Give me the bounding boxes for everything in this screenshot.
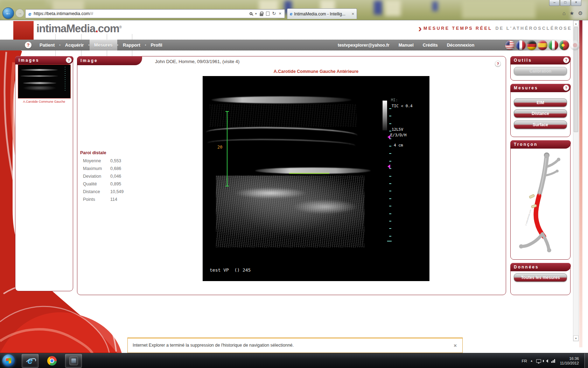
thumb-ruler bbox=[65, 67, 65, 92]
site-logo[interactable]: intimaMedia.com® bbox=[36, 22, 122, 35]
tray-expand-icon[interactable]: ▲ bbox=[530, 359, 533, 362]
table-row: Moyenne0,553 bbox=[83, 158, 154, 163]
tagline-chevron-icon: › bbox=[418, 25, 422, 32]
troncon-panel-header: Tronçon bbox=[510, 140, 571, 149]
image-title: A.Carotide Commune Gauche Antérieure bbox=[203, 69, 429, 74]
tab-close-icon[interactable]: × bbox=[351, 11, 354, 16]
ultrasound-near-wall bbox=[211, 96, 351, 103]
nav-item-acquerir[interactable]: Acquérir bbox=[61, 40, 88, 50]
vertical-scrollbar[interactable]: ▲ ▼ bbox=[573, 20, 579, 341]
ultrasound-speckle bbox=[210, 104, 357, 127]
nav-item-profil[interactable]: Profil bbox=[146, 40, 167, 50]
nav-link-manuel[interactable]: Manuel bbox=[399, 43, 414, 48]
caliper-value: 20 bbox=[217, 145, 222, 150]
measures-help-icon[interactable]: ? bbox=[563, 85, 569, 91]
search-dropdown-icon[interactable]: ▾ bbox=[255, 12, 257, 15]
thumb-band bbox=[20, 75, 58, 77]
scrollbar-up-icon[interactable]: ▲ bbox=[573, 21, 579, 26]
surface-button[interactable]: Surface bbox=[514, 121, 567, 129]
measures-panel-header: Mesures ? bbox=[510, 84, 571, 92]
all-measures-button[interactable]: Toutes les mesures bbox=[514, 273, 567, 282]
nav-divider bbox=[132, 50, 132, 56]
patient-info: John DOE, Homme, 09/03/1961, (visite 4) bbox=[155, 59, 239, 64]
volume-tray-icon[interactable] bbox=[544, 359, 548, 363]
table-row: Deviation0,046 bbox=[83, 174, 154, 179]
images-help-icon[interactable]: ? bbox=[66, 57, 72, 63]
data-panel: Données Toutes les mesures bbox=[510, 263, 570, 295]
taskbar-ie-button[interactable]: e bbox=[22, 354, 38, 368]
image-panel: Image John DOE, Homme, 09/03/1961, (visi… bbox=[77, 56, 506, 295]
minimize-button[interactable]: – bbox=[549, 0, 560, 6]
browser-command-icons: ⌂ ★ ⚙ bbox=[562, 10, 583, 16]
table-row: Qualité0,895 bbox=[83, 182, 154, 186]
address-bar-icons: ▾ ↻ × bbox=[250, 12, 285, 16]
display-tray-icon[interactable] bbox=[536, 359, 541, 363]
flag-es-icon[interactable] bbox=[538, 40, 547, 50]
measurement-title: Paroi distale bbox=[80, 150, 154, 155]
refresh-icon[interactable]: ↻ bbox=[272, 12, 276, 16]
artery-diagram[interactable]: © IntimaMedia.com bbox=[512, 150, 569, 255]
flag-us-icon[interactable] bbox=[505, 40, 515, 50]
tools-gear-icon[interactable]: ⚙ bbox=[578, 10, 583, 16]
language-indicator[interactable]: FR bbox=[522, 359, 527, 363]
search-icon[interactable] bbox=[250, 12, 252, 15]
network-tray-icon[interactable] bbox=[551, 359, 555, 363]
scrollbar-down-icon[interactable]: ▼ bbox=[573, 335, 579, 341]
mi-label: MI: bbox=[391, 98, 398, 102]
focus-marker-icon bbox=[387, 164, 390, 169]
taskbar-app-button[interactable] bbox=[65, 354, 82, 368]
security-lock-icon[interactable] bbox=[260, 13, 263, 16]
distance-button[interactable]: Distance bbox=[514, 109, 567, 118]
nav-divider bbox=[132, 34, 132, 40]
nav-item-rapport[interactable]: Rapport bbox=[118, 40, 145, 50]
nav-divider bbox=[55, 34, 56, 40]
nav-menu: Patient • Acquérir • Mesures • Rapport •… bbox=[35, 40, 167, 50]
images-panel: Images ? A.Carotide Commune Gauche bbox=[15, 56, 73, 291]
date: 11/10/2012 bbox=[560, 361, 579, 365]
back-button[interactable]: ← bbox=[2, 7, 14, 19]
tools-help-icon[interactable]: ? bbox=[563, 57, 569, 63]
ultrasound-image[interactable]: 20 MI: TIC < 0.4 12L5V E/3/D/H 4 cm test… bbox=[203, 76, 429, 281]
forward-button[interactable]: → bbox=[15, 9, 24, 18]
notification-close-icon[interactable]: × bbox=[454, 342, 457, 348]
time: 16:36 bbox=[569, 356, 579, 361]
troncon-panel: Tronçon © IntimaMedia.com bbox=[510, 140, 570, 260]
eim-button[interactable]: EIM bbox=[514, 98, 567, 107]
internet-explorer-icon: e bbox=[27, 356, 33, 366]
url-text[interactable]: https://beta.intimamedia.com/# bbox=[34, 11, 93, 16]
flag-it-icon[interactable] bbox=[548, 40, 558, 50]
wallpaper-blob bbox=[432, 1, 438, 11]
flag-fr-icon[interactable] bbox=[516, 40, 526, 50]
red-edge-strip bbox=[579, 20, 582, 347]
compatibility-view-icon[interactable] bbox=[266, 12, 270, 16]
tic-label: TIC < 0.4 bbox=[392, 104, 413, 108]
image-thumbnail[interactable] bbox=[18, 64, 71, 98]
stop-icon[interactable]: × bbox=[279, 12, 281, 16]
taskbar-clock[interactable]: 16:36 11/10/2012 bbox=[560, 356, 579, 366]
calibration-button[interactable]: Calibration bbox=[514, 67, 567, 75]
close-window-button[interactable]: × bbox=[571, 0, 581, 6]
flag-de-icon[interactable] bbox=[527, 40, 537, 50]
flag-jp-icon[interactable] bbox=[570, 40, 580, 50]
nav-help-icon[interactable]: ? bbox=[25, 42, 31, 48]
start-button[interactable] bbox=[2, 354, 15, 367]
tools-panel: Outils ? Calibration bbox=[510, 56, 570, 81]
home-icon[interactable]: ⌂ bbox=[562, 10, 566, 16]
site-favicon-icon: e bbox=[28, 11, 31, 17]
nav-link-deconnexion[interactable]: Déconnexion bbox=[447, 43, 475, 48]
restore-button[interactable]: □ bbox=[560, 0, 570, 6]
flag-pt-icon[interactable] bbox=[559, 40, 569, 50]
nav-right-links: testvpexplorer@yahoo.fr Manuel Crédits D… bbox=[338, 40, 474, 50]
favorites-star-icon[interactable]: ★ bbox=[569, 10, 574, 16]
taskbar-chrome-button[interactable] bbox=[43, 354, 60, 368]
browser-tab[interactable]: e IntimaMedia.com - Intellig... × bbox=[287, 8, 357, 19]
windows-logo-icon bbox=[6, 358, 11, 364]
show-desktop-button[interactable] bbox=[584, 353, 588, 368]
nav-item-mesures[interactable]: Mesures bbox=[90, 40, 117, 50]
nav-item-patient[interactable]: Patient bbox=[35, 40, 59, 50]
nav-link-credits[interactable]: Crédits bbox=[423, 43, 438, 48]
address-bar[interactable]: e https://beta.intimamedia.com/# ▾ ↻ × bbox=[25, 9, 285, 18]
image-panel-help-icon[interactable]: ? bbox=[495, 61, 501, 67]
wallpaper-blob bbox=[462, 0, 536, 18]
green-caliper-ruler bbox=[227, 111, 227, 186]
